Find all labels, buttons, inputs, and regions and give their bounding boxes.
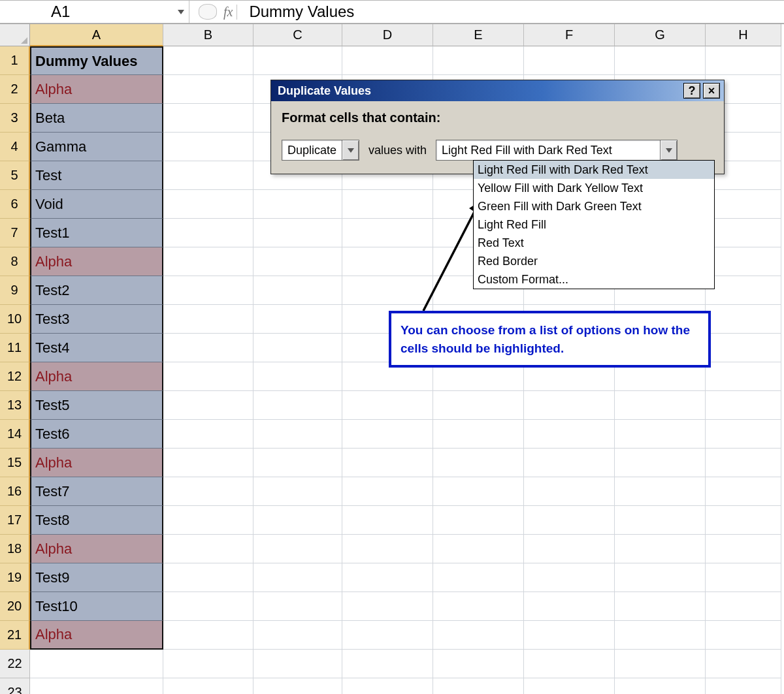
- cell[interactable]: [163, 362, 253, 391]
- cell-A18[interactable]: Alpha: [30, 535, 163, 563]
- cell[interactable]: [163, 650, 253, 678]
- cell[interactable]: [253, 219, 342, 247]
- cell-A2[interactable]: Alpha: [30, 75, 163, 104]
- cell[interactable]: [253, 46, 342, 75]
- cell-A16[interactable]: Test7: [30, 477, 163, 506]
- cell-A1[interactable]: Dummy Values: [30, 46, 163, 75]
- format-style-dropdown[interactable]: Light Red Fill with Dark Red TextYellow …: [473, 160, 715, 289]
- cancel-formula-icon[interactable]: [199, 4, 217, 20]
- cell[interactable]: [706, 362, 781, 391]
- cell[interactable]: [615, 621, 706, 650]
- cell[interactable]: [253, 276, 342, 305]
- cell[interactable]: [253, 592, 342, 621]
- cell[interactable]: [524, 535, 615, 563]
- cell[interactable]: [524, 650, 615, 678]
- cell[interactable]: [615, 449, 706, 477]
- cell[interactable]: [524, 506, 615, 535]
- cell[interactable]: [706, 219, 781, 247]
- cell[interactable]: [163, 621, 253, 650]
- cell-A13[interactable]: Test5: [30, 391, 163, 420]
- row-header[interactable]: 12: [0, 362, 30, 391]
- cell[interactable]: [163, 46, 253, 75]
- cell[interactable]: [342, 247, 433, 276]
- cell[interactable]: [433, 391, 524, 420]
- row-header[interactable]: 17: [0, 506, 30, 535]
- cell[interactable]: [706, 420, 781, 449]
- cell[interactable]: [433, 592, 524, 621]
- row-header[interactable]: 1: [0, 46, 30, 75]
- cell[interactable]: [524, 420, 615, 449]
- cell[interactable]: [163, 219, 253, 247]
- select-all-cells[interactable]: [0, 24, 30, 46]
- row-header[interactable]: 4: [0, 133, 30, 161]
- cell[interactable]: [433, 678, 524, 694]
- cell[interactable]: [253, 650, 342, 678]
- cell[interactable]: [615, 420, 706, 449]
- cell-A12[interactable]: Alpha: [30, 362, 163, 391]
- cell[interactable]: [253, 420, 342, 449]
- cell[interactable]: [253, 362, 342, 391]
- cell-A10[interactable]: Test3: [30, 305, 163, 334]
- row-header[interactable]: 23: [0, 678, 30, 694]
- cell[interactable]: [163, 477, 253, 506]
- format-option[interactable]: Red Border: [474, 252, 714, 270]
- cell-A9[interactable]: Test2: [30, 276, 163, 305]
- cell[interactable]: [163, 276, 253, 305]
- cell[interactable]: [342, 46, 433, 75]
- cell[interactable]: [163, 161, 253, 190]
- cell[interactable]: [615, 535, 706, 563]
- cell[interactable]: [163, 535, 253, 563]
- cell[interactable]: [706, 276, 781, 305]
- cell-A14[interactable]: Test6: [30, 420, 163, 449]
- cell[interactable]: [615, 592, 706, 621]
- format-option[interactable]: Light Red Fill: [474, 215, 714, 234]
- row-header[interactable]: 9: [0, 276, 30, 305]
- cell-A7[interactable]: Test1: [30, 219, 163, 247]
- cell-A11[interactable]: Test4: [30, 334, 163, 362]
- cell-A21[interactable]: Alpha: [30, 621, 163, 650]
- format-option[interactable]: Light Red Fill with Dark Red Text: [474, 161, 714, 179]
- cell[interactable]: [706, 305, 781, 334]
- row-header[interactable]: 7: [0, 219, 30, 247]
- cell[interactable]: [163, 133, 253, 161]
- cell[interactable]: [433, 535, 524, 563]
- cell[interactable]: [706, 247, 781, 276]
- cell[interactable]: [433, 449, 524, 477]
- cell-A15[interactable]: Alpha: [30, 449, 163, 477]
- cell[interactable]: [524, 592, 615, 621]
- row-header[interactable]: 11: [0, 334, 30, 362]
- cell[interactable]: [253, 449, 342, 477]
- cell[interactable]: [163, 104, 253, 133]
- format-option[interactable]: Red Text: [474, 234, 714, 252]
- cell[interactable]: [706, 621, 781, 650]
- cell-A22[interactable]: [30, 650, 163, 678]
- cell[interactable]: [163, 305, 253, 334]
- cell[interactable]: [253, 247, 342, 276]
- name-box[interactable]: A1: [0, 3, 173, 21]
- cell[interactable]: [615, 391, 706, 420]
- name-box-wrap[interactable]: A1: [0, 1, 189, 23]
- row-header[interactable]: 16: [0, 477, 30, 506]
- cell[interactable]: [253, 678, 342, 694]
- cell[interactable]: [342, 477, 433, 506]
- cell[interactable]: [433, 46, 524, 75]
- cell[interactable]: [163, 247, 253, 276]
- column-header-H[interactable]: H: [706, 24, 781, 46]
- cell[interactable]: [342, 449, 433, 477]
- cell[interactable]: [706, 592, 781, 621]
- cell-A19[interactable]: Test9: [30, 563, 163, 592]
- cell-A20[interactable]: Test10: [30, 592, 163, 621]
- cell[interactable]: [342, 678, 433, 694]
- format-option[interactable]: Green Fill with Dark Green Text: [474, 197, 714, 215]
- cell[interactable]: [163, 592, 253, 621]
- cell[interactable]: [706, 650, 781, 678]
- column-header-D[interactable]: D: [342, 24, 433, 46]
- row-header[interactable]: 13: [0, 391, 30, 420]
- cell[interactable]: [706, 678, 781, 694]
- cell[interactable]: [163, 334, 253, 362]
- cell[interactable]: [706, 506, 781, 535]
- cell-A3[interactable]: Beta: [30, 104, 163, 133]
- cell[interactable]: [615, 506, 706, 535]
- column-header-F[interactable]: F: [524, 24, 615, 46]
- row-header[interactable]: 3: [0, 104, 30, 133]
